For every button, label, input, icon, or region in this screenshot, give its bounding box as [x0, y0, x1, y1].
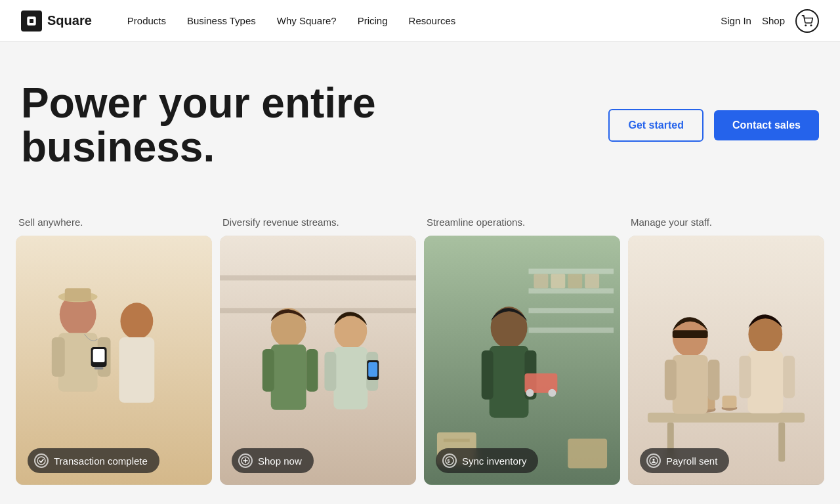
cards-section: Sell anywhere. Diversify revenue streams… [0, 196, 840, 485]
svg-rect-15 [65, 289, 91, 302]
signin-link[interactable]: Sign In [721, 15, 751, 26]
card-4-badge: Payroll sent [640, 448, 729, 473]
hero-buttons: Get started Contact sales [608, 109, 819, 142]
svg-rect-49 [568, 439, 607, 469]
card-label-2: Streamline operations. [424, 217, 620, 228]
svg-point-16 [37, 457, 45, 465]
svg-rect-7 [52, 337, 65, 377]
card-label-1: Diversify revenue streams. [220, 217, 416, 228]
svg-point-40 [491, 307, 528, 349]
card-2-image [220, 236, 416, 485]
cart-button[interactable] [795, 9, 819, 33]
card-label-0: Sell anywhere. [16, 217, 212, 228]
svg-rect-33 [528, 289, 614, 294]
svg-rect-10 [119, 337, 154, 403]
nav-pricing[interactable]: Pricing [348, 10, 397, 32]
svg-rect-29 [368, 362, 377, 377]
card-4-image [628, 236, 824, 485]
card-3-badge-text: Sync inventory [462, 455, 526, 467]
svg-rect-12 [93, 349, 105, 362]
svg-rect-36 [534, 274, 548, 289]
svg-rect-66 [747, 351, 783, 413]
svg-rect-42 [482, 350, 494, 400]
card-manage-staff: Payroll sent [628, 236, 824, 485]
nav-links: Products Business Types Why Square? Pric… [118, 10, 721, 32]
svg-rect-4 [16, 236, 212, 485]
sync-icon: $ [442, 453, 457, 468]
card-sell-anywhere: Transaction complete [16, 236, 212, 485]
svg-rect-63 [708, 360, 720, 400]
svg-rect-48 [444, 439, 470, 442]
card-diversify-revenue: Shop now [220, 236, 416, 485]
svg-rect-34 [528, 308, 614, 314]
square-logo-icon [21, 10, 42, 32]
card-2-badge-text: Shop now [258, 455, 302, 467]
svg-rect-55 [778, 423, 785, 462]
svg-rect-22 [262, 349, 274, 392]
svg-rect-1 [30, 19, 33, 23]
card-1-badge: Transaction complete [28, 448, 159, 473]
card-streamline-ops: $ Sync inventory [424, 236, 620, 485]
card-1-badge-text: Transaction complete [54, 455, 148, 467]
svg-rect-21 [271, 345, 306, 410]
plus-icon [238, 453, 253, 468]
svg-rect-68 [783, 356, 795, 398]
svg-point-9 [120, 303, 153, 340]
svg-text:$: $ [448, 459, 450, 464]
svg-rect-59 [723, 396, 737, 408]
svg-point-3 [810, 25, 812, 26]
hero-section: Power your entire business. Get started … [0, 42, 840, 196]
svg-rect-53 [648, 413, 805, 423]
nav-resources[interactable]: Resources [400, 10, 465, 32]
cards-grid: Transaction complete [16, 236, 824, 485]
svg-rect-41 [490, 346, 529, 418]
get-started-button[interactable]: Get started [608, 109, 703, 142]
card-labels-row: Sell anywhere. Diversify revenue streams… [16, 217, 824, 228]
card-label-3: Manage your staff. [628, 217, 824, 228]
svg-rect-18 [220, 276, 416, 281]
navbar: Square Products Business Types Why Squar… [0, 0, 840, 42]
svg-rect-67 [739, 356, 751, 398]
nav-business-types[interactable]: Business Types [178, 10, 265, 32]
svg-point-46 [548, 389, 556, 397]
svg-rect-64 [673, 331, 708, 339]
svg-rect-38 [568, 274, 582, 289]
svg-point-70 [653, 459, 655, 461]
svg-rect-25 [333, 347, 368, 410]
svg-rect-37 [551, 274, 565, 289]
barber-scene [16, 236, 212, 485]
square-icon [26, 15, 37, 27]
svg-rect-19 [220, 308, 416, 314]
svg-rect-13 [94, 367, 104, 369]
cart-icon [801, 15, 813, 27]
card-1-image [16, 236, 212, 485]
person-icon [646, 453, 661, 468]
svg-rect-39 [585, 274, 599, 289]
svg-rect-35 [528, 328, 614, 333]
svg-rect-61 [673, 355, 708, 414]
svg-point-2 [805, 25, 807, 26]
shop-link[interactable]: Shop [762, 15, 785, 26]
logo-text: Square [47, 13, 92, 28]
svg-point-45 [526, 389, 534, 397]
svg-rect-26 [324, 352, 336, 391]
card-4-badge-text: Payroll sent [666, 455, 717, 467]
card-3-image [424, 236, 620, 485]
contact-sales-button[interactable]: Contact sales [714, 110, 819, 140]
nav-products[interactable]: Products [118, 10, 175, 32]
nav-right: Sign In Shop [721, 9, 819, 33]
svg-rect-23 [306, 349, 318, 392]
hero-title: Power your entire business. [21, 81, 415, 169]
card-3-badge: $ Sync inventory [436, 448, 538, 473]
svg-rect-62 [665, 360, 677, 400]
svg-rect-32 [528, 269, 614, 274]
shopping-scene [220, 236, 416, 485]
checkmark-icon [34, 453, 49, 468]
svg-rect-52 [628, 236, 824, 485]
nav-why-square[interactable]: Why Square? [268, 10, 346, 32]
card-2-badge: Shop now [232, 448, 314, 473]
warehouse-scene [424, 236, 620, 485]
logo[interactable]: Square [21, 10, 92, 32]
cafe-scene [628, 236, 824, 485]
